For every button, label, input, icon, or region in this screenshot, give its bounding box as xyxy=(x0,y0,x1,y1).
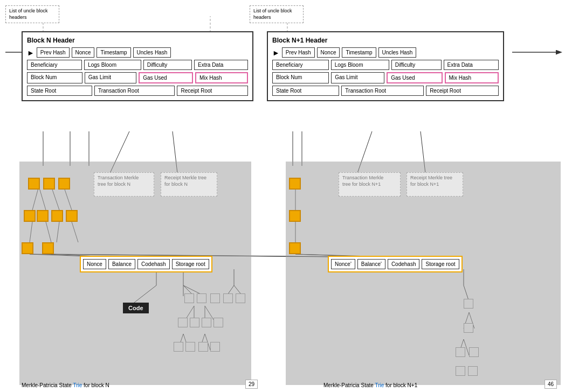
gray-node-4 xyxy=(223,293,233,303)
block-n1-receipt-root: Receipt Root xyxy=(426,86,499,96)
block-n1-state-root: State Root xyxy=(272,86,339,96)
block-n1-beneficiary: Beneficiary xyxy=(272,60,329,70)
orange-node-n2-2 xyxy=(37,210,49,222)
gray-node-r4 xyxy=(469,347,479,357)
tx-merkle-n1-note: Transaction Merkletree for block N+1 xyxy=(339,172,401,197)
account-box-n1: Nonce' Balance' Codehash Storage root xyxy=(328,256,463,272)
block-n-tx-root: Transaction Root xyxy=(94,86,175,96)
block-n1-mix-hash: Mix Hash xyxy=(445,72,499,83)
gray-node-6 xyxy=(178,318,188,327)
block-n-gas-used: Gas Used xyxy=(139,72,193,83)
block-n-logs-bloom: Logs Bloom xyxy=(84,60,141,70)
account-box-n: Nonce Balance Codehash Storage root xyxy=(80,256,212,272)
block-n-title: Block N Header xyxy=(27,37,248,44)
account-n1-storage: Storage root xyxy=(422,259,459,269)
gray-node-r6 xyxy=(468,366,478,376)
block-n-extra-data: Extra Data xyxy=(194,60,248,70)
block-n1-title: Block N+1 Header xyxy=(272,37,499,44)
block-n1-extra-data: Extra Data xyxy=(444,60,499,70)
account-n1-nonce: Nonce' xyxy=(331,259,355,269)
orange-node-n1-3 xyxy=(58,178,70,190)
orange-node-n3-2 xyxy=(42,242,54,254)
gray-node-12 xyxy=(198,342,208,352)
gray-node-11 xyxy=(185,342,195,352)
block-n1-gas-limit: Gas Limit xyxy=(331,72,384,83)
orange-node-n2-3 xyxy=(51,210,63,222)
orange-node-n1-single xyxy=(289,178,301,190)
account-n-nonce: Nonce xyxy=(83,259,106,269)
gray-node-13 xyxy=(210,342,220,352)
receipt-merkle-n1-note: Receipt Merkle treefor block N+1 xyxy=(406,172,463,197)
account-n1-codehash: Codehash xyxy=(388,259,420,269)
block-n-block-num: Block Num xyxy=(27,72,82,83)
block-n1-header: Block N+1 Header ► Prev Hash Nonce Times… xyxy=(267,31,504,101)
page-number-29: 29 xyxy=(245,380,258,389)
block-n-state-root: State Root xyxy=(27,86,92,96)
gray-node-10 xyxy=(174,342,183,352)
orange-node-n1-l2 xyxy=(289,210,301,222)
gray-node-2 xyxy=(197,293,206,303)
block-n1-timestamp: Timestamp xyxy=(342,47,376,58)
orange-node-n1-2 xyxy=(43,178,55,190)
block-n-prev-hash: Prev Hash xyxy=(37,47,70,58)
gray-node-9 xyxy=(213,318,223,327)
gray-node-r2 xyxy=(464,323,473,333)
gray-node-r3 xyxy=(456,347,465,357)
orange-node-n1-1 xyxy=(28,178,40,190)
block-n1-block-num: Block Num xyxy=(272,72,329,83)
tx-merkle-n-note: Transaction Merkletree for block N xyxy=(94,172,154,197)
receipt-merkle-n-note: Receipt Merkle treefor block N xyxy=(161,172,217,197)
block-n1-gas-used: Gas Used xyxy=(387,72,442,83)
account-n-storage: Storage root xyxy=(172,259,209,269)
orange-node-n3-1 xyxy=(22,242,33,254)
block-n1-uncles-hash: Uncles Hash xyxy=(378,47,417,58)
block-n-nonce: Nonce xyxy=(72,47,95,58)
bottom-label-n: Merkle-Patricia State Trie for block N xyxy=(22,382,109,388)
orange-node-n2-4 xyxy=(66,210,78,222)
gray-node-r1 xyxy=(464,299,473,309)
block-n-beneficiary: Beneficiary xyxy=(27,60,82,70)
orange-node-n2-1 xyxy=(24,210,36,222)
block-n-header: Block N Header ► Prev Hash Nonce Timesta… xyxy=(22,31,253,101)
block-n1-nonce: Nonce xyxy=(317,47,340,58)
gray-node-3 xyxy=(210,293,220,303)
account-n-codehash: Codehash xyxy=(137,259,170,269)
uncle-note-2: List of uncle block headers xyxy=(250,5,304,23)
block-n-receipt-root: Receipt Root xyxy=(177,86,248,96)
bottom-label-n1: Merkle-Patricia State Trie for block N+1 xyxy=(323,382,417,388)
block-n-uncles-hash: Uncles Hash xyxy=(133,47,171,58)
block-n1-logs-bloom: Logs Bloom xyxy=(331,60,389,70)
gray-node-7 xyxy=(190,318,199,327)
gray-node-1 xyxy=(184,293,194,303)
gray-node-8 xyxy=(202,318,211,327)
uncle-note-1: List of uncle block headers xyxy=(5,5,59,23)
block-n-difficulty: Difficulty xyxy=(143,60,192,70)
block-n-gas-limit: Gas Limit xyxy=(85,72,137,83)
orange-node-n1-l3 xyxy=(289,242,301,254)
block-n1-difficulty: Difficulty xyxy=(391,60,442,70)
code-box: Code xyxy=(123,303,149,313)
block-n1-tx-root: Transaction Root xyxy=(341,86,424,96)
block-n-mix-hash: Mix Hash xyxy=(195,72,248,83)
diagram-container: List of uncle block headers List of uncl… xyxy=(0,0,565,392)
block-n1-prev-hash: Prev Hash xyxy=(282,47,315,58)
account-n1-balance: Balance' xyxy=(357,259,385,269)
gray-node-5 xyxy=(236,293,245,303)
block-n-timestamp: Timestamp xyxy=(97,47,130,58)
page-number-46: 46 xyxy=(545,380,557,389)
gray-node-r5 xyxy=(456,366,465,376)
account-n-balance: Balance xyxy=(108,259,135,269)
